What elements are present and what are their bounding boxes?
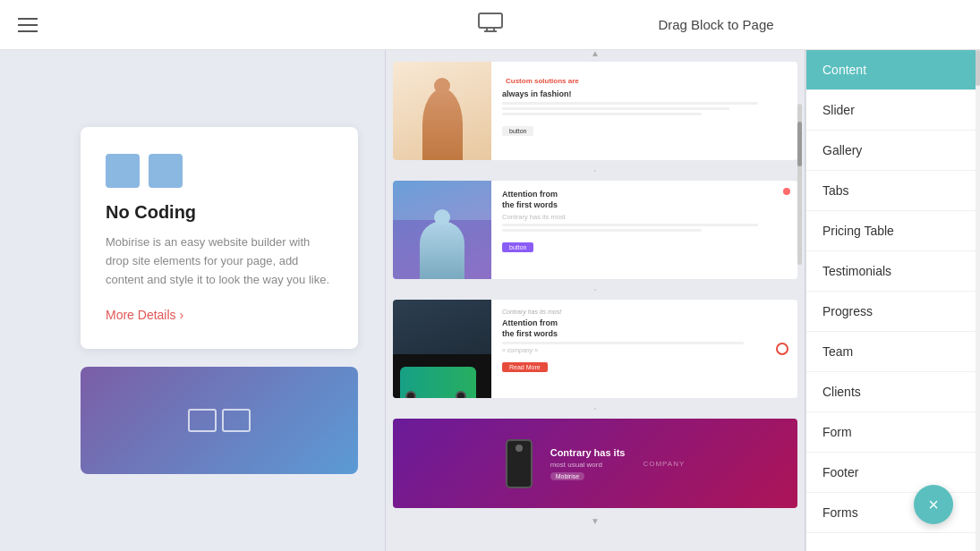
center-panel: ▲ Custom solutions are always in fashion… xyxy=(385,50,805,551)
wide-text: Contrary has its most usual word Mobiris… xyxy=(550,447,626,480)
attention-blue-button[interactable]: button xyxy=(502,242,533,252)
arrow-icon: › xyxy=(180,308,184,322)
card-icon-1 xyxy=(106,154,140,188)
sidebar-item-gallery[interactable]: Gallery xyxy=(806,131,980,171)
sidebar-item-testimonials[interactable]: Testimonials xyxy=(806,251,980,292)
sidebar-scrollbar-track xyxy=(976,50,980,551)
scroll-top: ▲ xyxy=(386,50,805,57)
card-icons xyxy=(106,154,333,188)
dot-sep-3: • xyxy=(386,404,805,412)
fashion-button[interactable]: button xyxy=(502,126,533,136)
dot-sep-2: • xyxy=(386,285,805,293)
scroll-bottom: ▼ xyxy=(386,513,805,530)
center-scrollbar[interactable] xyxy=(797,104,802,265)
circle-accent xyxy=(776,343,788,355)
monitor-icon[interactable] xyxy=(478,13,503,38)
wide-phone-icon xyxy=(506,439,533,488)
left-panel-inner: No Coding Mobirise is an easy website bu… xyxy=(134,127,358,473)
attention-dark-button[interactable]: Read More xyxy=(502,362,548,372)
top-bar: Drag Block to Page xyxy=(0,0,980,50)
sidebar-item-team[interactable]: Team xyxy=(806,332,980,372)
preview-card-attention-dark[interactable]: Contrary has its most Attention from the… xyxy=(393,300,797,398)
sidebar-item-slider[interactable]: Slider xyxy=(806,90,980,131)
wide-card-content xyxy=(506,439,533,488)
sidebar-item-form[interactable]: Form xyxy=(806,412,980,453)
hamburger-button[interactable] xyxy=(18,18,38,32)
wide-main-text: Contrary has its xyxy=(550,447,626,458)
thumb-attention-dark xyxy=(393,300,491,398)
thumb-fashion xyxy=(393,62,491,160)
fab-close-button[interactable]: × xyxy=(914,485,953,524)
sidebar-item-tabs[interactable]: Tabs xyxy=(806,171,980,211)
sidebar-item-content[interactable]: Content xyxy=(806,50,980,90)
right-sidebar: Content Slider Gallery Tabs Pricing Tabl… xyxy=(805,50,980,551)
main-area: No Coding Mobirise is an easy website bu… xyxy=(0,50,980,551)
center-scroll-thumb xyxy=(797,122,802,166)
wide-logo: company xyxy=(643,460,685,468)
thumb-attention-blue xyxy=(393,181,491,279)
fashion-title: always in fashion! xyxy=(502,89,787,98)
more-details-link[interactable]: More Details › xyxy=(106,308,333,322)
sidebar-item-clients[interactable]: Clients xyxy=(806,372,980,412)
card-icon-2 xyxy=(149,154,183,188)
sidebar-item-footer[interactable]: Footer xyxy=(806,453,980,493)
wide-logo-area: company xyxy=(643,460,685,468)
card-title: No Coding xyxy=(106,202,333,223)
drag-block-label: Drag Block to Page xyxy=(537,17,895,32)
preview-card-fashion[interactable]: Custom solutions are always in fashion! … xyxy=(393,62,797,160)
sidebar-scroll-thumb xyxy=(976,50,980,86)
card-body: Mobirise is an easy website builder with… xyxy=(106,233,333,289)
device-icons xyxy=(188,409,251,432)
wide-tag: Mobirise xyxy=(550,472,584,480)
fashion-text: Custom solutions are always in fashion! … xyxy=(491,62,797,160)
preview-card-attention-blue[interactable]: Attention from the first words Contrary … xyxy=(393,181,797,279)
preview-card-wide[interactable]: Contrary has its most usual word Mobiris… xyxy=(393,419,797,508)
sidebar-item-progress[interactable]: Progress xyxy=(806,292,980,332)
sidebar-item-forms[interactable]: Forms xyxy=(806,493,980,533)
dot-sep-1: • xyxy=(386,166,805,174)
svg-rect-0 xyxy=(479,13,502,28)
fashion-tag: Custom solutions are xyxy=(502,76,583,86)
content-card: No Coding Mobirise is an easy website bu… xyxy=(81,127,358,348)
left-panel: No Coding Mobirise is an easy website bu… xyxy=(0,50,385,551)
attention-blue-text: Attention from the first words Contrary … xyxy=(491,181,797,279)
dot-accent-blue xyxy=(783,188,790,195)
sidebar-item-pricing-table[interactable]: Pricing Table xyxy=(806,211,980,251)
bottom-card xyxy=(81,367,358,474)
attention-dark-text: Contrary has its most Attention from the… xyxy=(491,300,797,398)
attention-blue-title: Attention from xyxy=(502,190,787,199)
x-icon: × xyxy=(928,496,939,513)
